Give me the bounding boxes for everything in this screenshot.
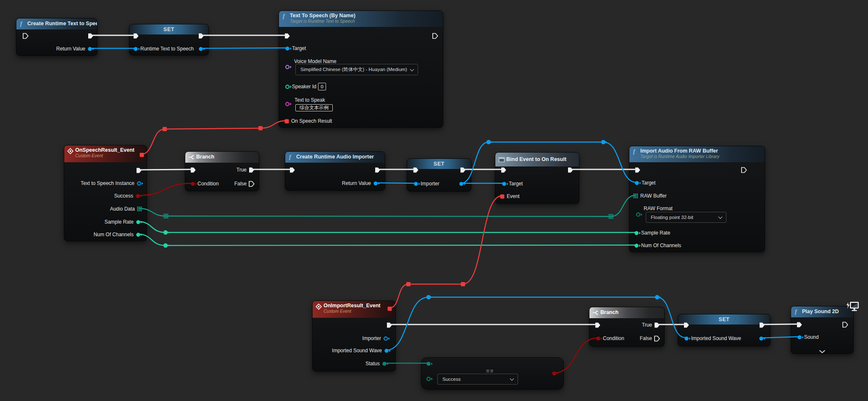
pin-raw-format[interactable] (636, 212, 643, 217)
reroute-node-circle[interactable] (487, 140, 492, 144)
speaker-id-input[interactable]: 0 (318, 83, 326, 90)
blueprint-graph-canvas[interactable]: fCreate Runtime Text to SpeechReturn Val… (0, 0, 868, 401)
pin-delegate-out[interactable] (387, 306, 392, 311)
node-set-imported-sound-wave[interactable]: SETImported Sound Wave (678, 314, 771, 346)
node-onspeechresult-event[interactable]: OnSpeechResult_EventCustom EventText to … (64, 145, 147, 241)
pin-status[interactable] (382, 361, 389, 367)
reroute-node-square[interactable] (406, 282, 410, 286)
pin-exec-out[interactable] (842, 322, 848, 328)
pin-importer-out[interactable] (459, 181, 466, 187)
pin-true-out[interactable] (248, 167, 255, 173)
pin-exec-in[interactable] (133, 33, 139, 39)
pin-num-of-channels[interactable] (136, 232, 143, 237)
pin-raw-buffer[interactable] (633, 193, 638, 198)
node-onimportresult-event[interactable]: OnImportResult_EventCustom EventImporter… (312, 301, 396, 372)
node-set-runtime-text-to-speech[interactable]: SETRuntime Text to Speech (129, 24, 209, 55)
pin-exec-out[interactable] (460, 167, 466, 173)
pin-runtime-text-to-speech-out[interactable] (198, 46, 205, 52)
pin-b-in[interactable] (426, 376, 433, 382)
pin-exec-in[interactable] (289, 167, 295, 173)
pin-exec-in[interactable] (22, 33, 29, 39)
reroute-node-grid[interactable] (164, 214, 168, 219)
pin-exec-out[interactable] (386, 322, 392, 328)
pin-text-to-speak[interactable] (285, 101, 292, 107)
node-import-audio-from-raw-buffer[interactable]: fImport Audio From RAW BufferTarget is R… (629, 146, 765, 252)
pin-on-speech-result[interactable] (284, 119, 289, 124)
pin-exec-in[interactable] (683, 322, 689, 328)
reroute-node-circle[interactable] (655, 295, 661, 299)
node-set-importer[interactable]: SETImporter (407, 158, 471, 192)
pin-label-status: Status (366, 360, 380, 367)
pin-runtime-text-to-speech-in[interactable] (133, 46, 140, 52)
reroute-node-circle[interactable] (163, 243, 169, 248)
pin-false-out[interactable] (654, 335, 660, 342)
pin-exec-in[interactable] (284, 33, 290, 39)
pin-audio-data[interactable] (137, 206, 142, 211)
node-branch-2[interactable]: BranchConditionTrueFalse (589, 307, 665, 347)
pin-true-out[interactable] (654, 322, 660, 328)
pin-sample-rate[interactable] (634, 230, 641, 236)
pin-exec-in[interactable] (594, 322, 601, 328)
pin-imported-sound-wave-out[interactable] (759, 336, 766, 341)
reroute-node-square[interactable] (461, 282, 465, 286)
node-title: Import Audio From RAW Buffer (640, 146, 765, 154)
node-bind-event-to-on-result[interactable]: Bind Event to On ResultTargetEvent (495, 152, 579, 204)
pin-a-in[interactable] (426, 361, 433, 367)
pin-exec-in[interactable] (634, 167, 641, 173)
pin-event[interactable] (500, 194, 505, 199)
pin-delegate-out[interactable] (139, 153, 144, 157)
pin-exec-out[interactable] (759, 322, 765, 328)
pin-importer[interactable] (383, 336, 390, 341)
pin-sample-rate[interactable] (136, 219, 143, 225)
pin-exec-in[interactable] (190, 167, 196, 173)
pin-imported-sound-wave-in[interactable] (684, 336, 691, 341)
pin-return-value[interactable] (87, 46, 95, 52)
pin-target[interactable] (285, 46, 292, 51)
pin-importer-in[interactable] (413, 181, 421, 187)
pin-exec-out[interactable] (198, 33, 204, 39)
pin-target[interactable] (502, 181, 509, 187)
expand-advanced-pins-chevron-icon[interactable] (819, 348, 826, 355)
pin-result[interactable] (552, 371, 559, 376)
reroute-node-square[interactable] (258, 126, 263, 130)
pin-exec-out[interactable] (136, 167, 142, 174)
pin-exec-in[interactable] (500, 167, 507, 173)
pin-false-out[interactable] (248, 181, 255, 187)
reroute-node-circle[interactable] (601, 140, 607, 144)
pin-sound[interactable] (797, 335, 804, 340)
pin-exec-in[interactable] (796, 322, 802, 328)
node-branch-1[interactable]: BranchConditionTrueFalse (185, 151, 259, 191)
node-equal-enum[interactable]: ==Success (421, 357, 564, 390)
voice-model-name-dropdown[interactable]: Simplified Chinese (简体中文) - Huayan (Medi… (295, 64, 418, 75)
chevron-down-icon (718, 215, 723, 219)
pin-label-false-out: False (640, 335, 652, 342)
pin-num-of-channels[interactable] (634, 243, 641, 248)
reroute-node-grid[interactable] (609, 214, 613, 219)
node-text-to-speech-by-name[interactable]: fText To Speech (By Name)Target is Runti… (279, 11, 443, 128)
enum-value-dropdown[interactable]: Success (437, 374, 518, 385)
pin-text-to-speech-instance[interactable] (137, 181, 144, 186)
node-create-runtime-audio-importer[interactable]: fCreate Runtime Audio ImporterReturn Val… (285, 151, 385, 191)
pin-exec-out[interactable] (567, 167, 573, 173)
pin-exec-out[interactable] (87, 33, 94, 39)
node-header: fImport Audio From RAW BufferTarget is R… (629, 146, 765, 162)
pin-speaker-id[interactable] (285, 84, 292, 90)
pin-success[interactable] (135, 193, 142, 199)
pin-voice-model-name[interactable] (285, 64, 292, 70)
pin-exec-out[interactable] (374, 167, 381, 173)
pin-condition[interactable] (596, 336, 603, 341)
pin-target[interactable] (634, 180, 642, 186)
reroute-node-circle[interactable] (426, 295, 432, 299)
pin-imported-sound-wave[interactable] (384, 348, 391, 354)
pin-exec-in[interactable] (413, 167, 419, 173)
node-play-sound-2d[interactable]: fPlay Sound 2DSound (791, 306, 854, 354)
reroute-node-square[interactable] (163, 127, 167, 131)
raw-format-dropdown[interactable]: Floating point 32-bit (646, 212, 726, 223)
pin-exec-out[interactable] (741, 167, 747, 173)
text-to-speak-input[interactable]: 综合文本示例 (295, 104, 333, 111)
node-create-runtime-text-to-speech[interactable]: fCreate Runtime Text to SpeechReturn Val… (16, 18, 97, 56)
reroute-node-circle[interactable] (163, 230, 169, 235)
pin-return-value[interactable] (373, 181, 380, 186)
pin-exec-out[interactable] (432, 33, 438, 39)
pin-condition[interactable] (190, 181, 197, 187)
